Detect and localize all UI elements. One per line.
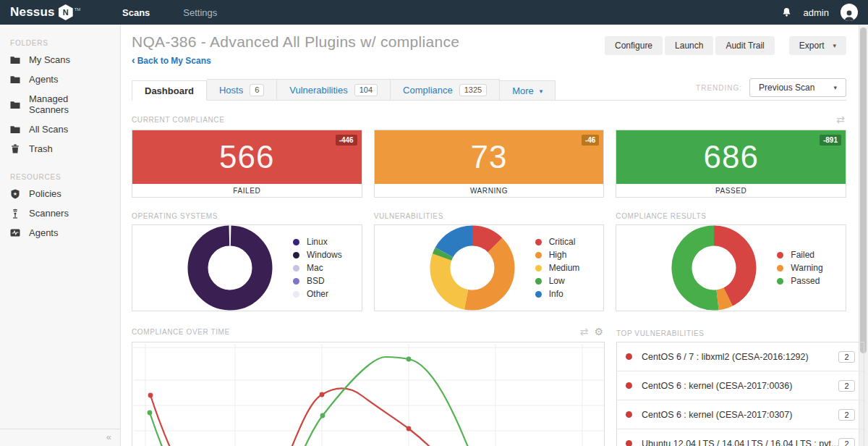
shield-star-icon: ★ <box>10 189 20 199</box>
legend-linux[interactable]: Linux <box>293 237 342 247</box>
nav-settings[interactable]: Settings <box>183 7 217 18</box>
sidebar-collapse-button[interactable]: « <box>0 429 120 446</box>
tab-vulnerabilities[interactable]: Vulnerabilities104 <box>277 79 391 101</box>
legend-windows[interactable]: Windows <box>293 250 342 260</box>
chevron-down-icon: ▾ <box>540 88 543 95</box>
top-nav: Scans Settings <box>122 7 217 18</box>
legend-bsd[interactable]: BSD <box>293 276 342 286</box>
legend-failed[interactable]: Failed <box>777 250 822 260</box>
sidebar-item-scanners[interactable]: Scanners <box>0 203 120 223</box>
gear-icon[interactable]: ⚙ <box>594 326 603 337</box>
severity-dot-icon <box>626 411 632 418</box>
passed-count: 686 <box>703 141 758 173</box>
sidebar-item-my-scans[interactable]: My Scans <box>0 50 120 70</box>
passed-stat-card: 686 -891 PASSED <box>616 130 846 198</box>
sidebar-item-trash[interactable]: Trash <box>0 139 120 159</box>
vulnerabilities-donut-chart <box>430 225 515 311</box>
warning-label: WARNING <box>375 184 604 197</box>
trademark-label: TM <box>75 7 81 12</box>
tab-hosts[interactable]: Hosts6 <box>207 79 277 101</box>
username[interactable]: admin <box>804 7 829 18</box>
monitor-pulse-icon <box>10 228 20 237</box>
sidebar-folders-header: FOLDERS <box>10 39 120 47</box>
top-nav-bar: Nessus N TM Scans Settings admin <box>0 0 868 25</box>
nessus-hexagon-icon: N <box>59 4 73 20</box>
nav-scans[interactable]: Scans <box>122 7 150 18</box>
scrollbar-thumb[interactable] <box>860 28 867 353</box>
legend-info[interactable]: Info <box>535 289 580 299</box>
user-avatar[interactable] <box>841 4 858 21</box>
vulnerability-list-item[interactable]: CentOS 6 : kernel (CESA-2017:0307) 2 <box>617 400 864 429</box>
folder-icon <box>10 75 20 84</box>
sidebar-item-agents-folder[interactable]: Agents <box>0 70 120 89</box>
vulnerability-list-item[interactable]: CentOS 6 : kernel (CESA-2017:0036) 2 <box>617 371 864 400</box>
compliance-count-badge: 1325 <box>459 84 487 96</box>
launch-button[interactable]: Launch <box>665 36 713 55</box>
trending-select[interactable]: Previous Scan ▾ <box>749 78 846 97</box>
folder-icon <box>10 125 20 134</box>
chevron-left-icon: ‹ <box>132 54 135 66</box>
section-operating-systems: OPERATING SYSTEMS <box>132 212 362 220</box>
nessus-logo[interactable]: Nessus N TM <box>0 4 111 20</box>
swap-widget-icon[interactable]: ⇄ <box>836 114 845 125</box>
sidebar-item-all-scans[interactable]: All Scans <box>0 119 120 139</box>
tab-bar: Dashboard Hosts6 Vulnerabilities104 Comp… <box>132 78 846 101</box>
warning-count: 73 <box>471 141 508 173</box>
passed-delta-badge: -891 <box>820 135 841 146</box>
back-to-my-scans-link[interactable]: ‹Back to My Scans <box>132 54 211 66</box>
severity-dot-icon <box>626 353 632 360</box>
line-chart-canvas <box>132 342 604 446</box>
folder-icon <box>10 100 20 109</box>
main-content: NQA-386 - Advanced All Plugins w/ compli… <box>122 25 846 446</box>
warning-stat-card: 73 -46 WARNING <box>374 130 605 198</box>
top-vulnerabilities-list: CentOS 6 / 7 : libxml2 (CESA-2016:1292) … <box>616 342 864 446</box>
sidebar-item-managed-scanners[interactable]: Managed Scanners <box>0 89 120 119</box>
failed-label: FAILED <box>132 184 362 197</box>
failed-count: 566 <box>219 141 274 173</box>
broadcast-icon <box>10 209 20 219</box>
vuln-count-badge: 2 <box>838 380 854 392</box>
configure-button[interactable]: Configure <box>605 36 663 55</box>
legend-passed[interactable]: Passed <box>777 276 822 286</box>
section-top-vulnerabilities: TOP VULNERABILITIES <box>616 329 846 337</box>
export-button[interactable]: Export ▾ <box>789 36 846 55</box>
swap-widget-icon[interactable]: ⇄ <box>580 326 589 337</box>
sidebar: FOLDERS My Scans Agents Managed Scanners… <box>0 25 121 446</box>
legend-critical[interactable]: Critical <box>535 237 580 247</box>
legend-high[interactable]: High <box>535 250 580 260</box>
legend-warning[interactable]: Warning <box>777 263 822 273</box>
trash-icon <box>10 144 20 153</box>
sidebar-item-agents-resource[interactable]: Agents <box>0 223 120 243</box>
vulnerabilities-chart-card: Critical High Medium Low Info <box>374 224 605 311</box>
operating-systems-donut-chart <box>187 225 273 311</box>
legend-low[interactable]: Low <box>535 276 580 286</box>
notifications-bell-icon[interactable] <box>781 7 792 18</box>
vulnerability-list-item[interactable]: CentOS 6 / 7 : libxml2 (CESA-2016:1292) … <box>617 342 864 371</box>
sidebar-resources-header: RESOURCES <box>10 173 120 181</box>
compliance-results-donut-chart <box>671 225 757 311</box>
person-icon <box>843 9 856 21</box>
chevron-down-icon: ▾ <box>833 84 837 91</box>
vuln-count-badge: 2 <box>838 438 854 446</box>
sidebar-item-policies[interactable]: ★ Policies <box>0 184 120 203</box>
compliance-over-time-chart <box>132 342 605 446</box>
tab-more[interactable]: More▾ <box>500 80 556 101</box>
legend-mac[interactable]: Mac <box>293 263 342 273</box>
warning-delta-badge: -46 <box>582 135 599 146</box>
severity-dot-icon <box>626 382 632 389</box>
operating-systems-chart-card: Linux Windows Mac BSD Other <box>132 224 362 311</box>
compliance-results-chart-card: Failed Warning Passed <box>616 224 846 311</box>
tab-dashboard[interactable]: Dashboard <box>132 80 207 101</box>
trending-label: TRENDING: <box>696 84 742 92</box>
legend-medium[interactable]: Medium <box>535 263 580 273</box>
failed-stat-card: 566 -446 FAILED <box>132 130 362 198</box>
tab-compliance[interactable]: Compliance1325 <box>391 79 500 101</box>
page-title: NQA-386 - Advanced All Plugins w/ compli… <box>132 33 459 51</box>
top-right-controls: admin <box>781 4 868 21</box>
vulnerability-list-item[interactable]: Ubuntu 12.04 LTS / 14.04 LTS / 16.04 LTS… <box>617 429 864 446</box>
vuln-count-badge: 2 <box>838 351 854 363</box>
audit-trail-button[interactable]: Audit Trail <box>715 36 774 55</box>
severity-dot-icon <box>626 440 632 446</box>
legend-other[interactable]: Other <box>293 289 342 299</box>
scan-actions: Configure Launch Audit Trail Export ▾ <box>603 36 846 55</box>
